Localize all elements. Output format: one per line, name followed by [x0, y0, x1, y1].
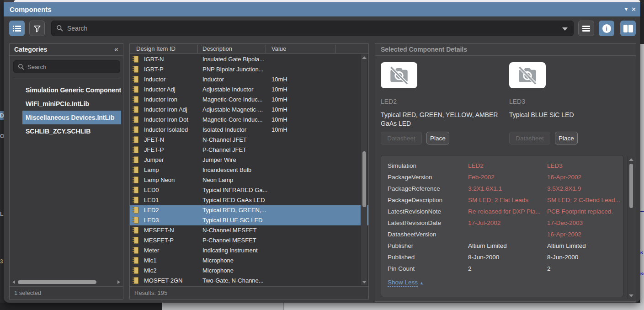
- component-icon-body: [134, 237, 138, 244]
- property-row: PackageReference3.2X1.6X1.13.5X2.8X1.9: [381, 183, 623, 194]
- split-view-button[interactable]: [620, 21, 636, 36]
- details-toggle-button[interactable]: i: [599, 21, 614, 36]
- category-item[interactable]: Simulation Generic Component: [22, 83, 121, 97]
- no-image-placeholder: [509, 62, 546, 88]
- item-description: Incandescent Bulb: [202, 165, 251, 175]
- table-row[interactable]: LampIncandescent Bulb: [130, 165, 368, 175]
- scroll-up-icon[interactable]: [629, 158, 633, 161]
- property-row: PackageVersionFeb-200216-Apr-2002: [381, 171, 623, 183]
- table-row[interactable]: LED1Typical RED GaAs LED: [130, 195, 368, 205]
- search-history-dropdown-icon[interactable]: [562, 27, 568, 31]
- table-row[interactable]: Inductor AdjAdjustable Inductor10mH: [130, 85, 368, 95]
- no-photo-icon: [517, 66, 538, 85]
- column-header-design-item-id[interactable]: Design Item ID: [136, 44, 176, 53]
- background-fragment: KO: [640, 272, 644, 276]
- component-icon: [133, 56, 139, 63]
- scroll-right-icon[interactable]: [117, 280, 120, 284]
- item-id: Mic2: [144, 266, 156, 276]
- table-row[interactable]: Inductor IsolatedIsolated Inductor10mH: [130, 125, 368, 135]
- item-description: Insulated Gate Bipola...: [202, 54, 264, 64]
- table-row[interactable]: MESFET-PP-Channel MESFET: [130, 235, 368, 246]
- scrollbar-thumb[interactable]: [629, 164, 633, 208]
- component-icon-body: [134, 207, 138, 214]
- component-icon-body: [134, 86, 138, 93]
- place-button[interactable]: Place: [555, 132, 578, 144]
- list-view-button[interactable]: [9, 21, 25, 36]
- category-item[interactable]: SCHLIB_ZCY.SCHLIB: [22, 124, 121, 138]
- place-button[interactable]: Place: [426, 132, 449, 144]
- details-vertical-scrollbar[interactable]: [628, 156, 634, 299]
- scroll-down-icon[interactable]: [629, 294, 633, 297]
- scrollbar-thumb[interactable]: [18, 280, 96, 284]
- property-value-led3: PCB Footprint replaced.: [547, 206, 613, 217]
- panel-close-icon[interactable]: ✕: [631, 2, 636, 16]
- column-header-description[interactable]: Description: [202, 44, 232, 53]
- property-label: PackageVersion: [388, 171, 432, 183]
- item-id: IGBT-N: [144, 54, 164, 64]
- results-vertical-scrollbar[interactable]: [361, 54, 367, 285]
- show-less-label: Show Less: [388, 279, 418, 286]
- categories-horizontal-scrollbar[interactable]: [12, 279, 120, 285]
- component-icon-body: [134, 217, 138, 224]
- table-row[interactable]: Mic1Microphone: [130, 256, 368, 266]
- categories-search-input[interactable]: [27, 61, 117, 73]
- table-row[interactable]: Inductor Iron DotMagnetic-Core Induc...1…: [130, 115, 368, 125]
- component-icon: [133, 76, 139, 83]
- table-row[interactable]: MESFET-NN-Channel MESFET: [130, 225, 368, 235]
- filter-button[interactable]: [29, 21, 45, 36]
- table-row[interactable]: IGBT-PPNP Bipolar Junction...: [130, 64, 368, 75]
- scroll-up-icon[interactable]: [362, 56, 367, 59]
- item-id: Inductor Iron: [144, 95, 177, 105]
- search-input[interactable]: [67, 21, 552, 36]
- item-description: Adjustable Magnetic-...: [202, 105, 263, 115]
- table-row[interactable]: Inductor IronMagnetic-Core Induc...10mH: [130, 95, 368, 105]
- item-description: PNP Bipolar Junction...: [202, 64, 263, 75]
- column-separator[interactable]: [266, 45, 266, 53]
- property-value-led2: Re-released for DXP Pla...: [468, 206, 541, 217]
- table-row[interactable]: Mic2Microphone: [130, 266, 368, 276]
- table-row[interactable]: JumperJumper Wire: [130, 155, 368, 165]
- scroll-down-icon[interactable]: [362, 281, 367, 283]
- item-id: Inductor Adj: [144, 85, 176, 95]
- table-row[interactable]: LED3Typical BLUE SiC LED: [130, 215, 368, 225]
- item-description: Typical INFRARED Ga...: [202, 185, 267, 195]
- table-row[interactable]: IGBT-NInsulated Gate Bipola...: [130, 54, 368, 64]
- table-row[interactable]: LED0Typical INFRARED Ga...: [130, 185, 368, 195]
- item-id: Lamp: [144, 165, 159, 175]
- table-row[interactable]: Lamp NeonNeon Lamp: [130, 175, 368, 185]
- table-row[interactable]: Inductor Iron AdjAdjustable Magnetic-...…: [130, 105, 368, 115]
- panel-toolbar: i: [4, 16, 640, 40]
- category-item[interactable]: WiFi_miniPCIe.IntLib: [22, 97, 121, 111]
- panel-options-button[interactable]: [578, 21, 594, 36]
- item-id: LED2: [144, 205, 159, 215]
- collapse-panel-icon[interactable]: «: [114, 44, 118, 55]
- panel-menu-dropdown-icon[interactable]: ▾: [625, 2, 628, 16]
- property-value-led3: 2: [547, 263, 551, 274]
- column-separator[interactable]: [335, 45, 335, 53]
- scrollbar-thumb[interactable]: [362, 151, 366, 207]
- category-item[interactable]: Miscellaneous Devices.IntLib: [22, 111, 121, 124]
- item-description: Jumper Wire: [202, 155, 236, 165]
- datasheet-button[interactable]: Datasheet: [509, 132, 550, 144]
- scroll-left-icon[interactable]: [12, 280, 15, 284]
- column-header-value[interactable]: Value: [271, 44, 286, 53]
- table-row[interactable]: LED2Typical RED, GREEN,...: [130, 205, 368, 215]
- table-row[interactable]: MOSFET-2GNTwo-Gate, N-Channe...: [130, 276, 368, 286]
- details-panel: Selected Component Details LED2 Typical …: [375, 43, 636, 302]
- categories-list: Simulation Generic ComponentWiFi_miniPCI…: [22, 83, 121, 138]
- property-label: PackageReference: [388, 183, 440, 194]
- component-card-led2: LED2 Typical RED, GREEN, YELLOW, AMBER G…: [381, 59, 505, 150]
- datasheet-button[interactable]: Datasheet: [381, 132, 422, 144]
- background-fragment: D: [0, 111, 4, 120]
- column-separator[interactable]: [197, 45, 198, 53]
- table-row[interactable]: JFET-NN-Channel JFET: [130, 135, 368, 145]
- background-fragment: 3: [0, 257, 4, 266]
- component-icon: [133, 207, 139, 214]
- component-icon: [133, 237, 139, 244]
- search-icon: [56, 25, 64, 32]
- background-strip-segment: [283, 303, 644, 310]
- table-row[interactable]: JFET-PP-Channel JFET: [130, 145, 368, 155]
- table-row[interactable]: MeterIndicating Instrument: [130, 246, 368, 256]
- table-row[interactable]: InductorInductor10mH: [130, 75, 368, 85]
- show-less-link[interactable]: Show Less▲: [388, 279, 424, 286]
